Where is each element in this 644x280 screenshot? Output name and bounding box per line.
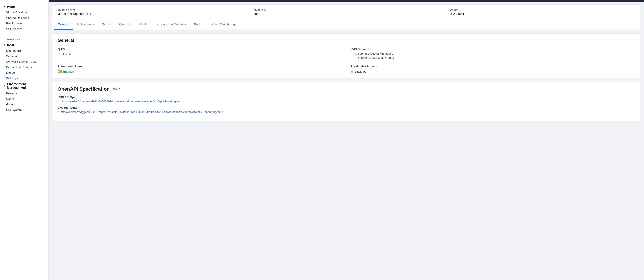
tab-connection-gateway[interactable]: Connection Gateway <box>154 20 190 30</box>
evdi-api-spec-section: eVDI API Spec □ https://res-bicfn1-exter… <box>58 96 635 103</box>
home-arrow-icon: ▼ <box>4 6 6 8</box>
module-version-label: Version <box>450 8 635 11</box>
tab-general[interactable]: General <box>54 20 73 30</box>
sidebar-item-permission-profiles[interactable]: Permission Profiles <box>0 64 48 70</box>
admin-zone-header: ADMIN ZONE <box>0 36 48 42</box>
sidebar-item-virtual-desktops[interactable]: Virtual Desktops <box>0 10 48 15</box>
general-settings-grid: QUIC ⊖ Disabled eVDI Subnets □ subnet-07… <box>58 48 635 74</box>
subnet-icon-0: □ <box>355 52 357 55</box>
sidebar-item-settings[interactable]: Settings <box>0 76 48 81</box>
sidebar-item-file-browser[interactable]: File Browser <box>0 21 48 26</box>
link-icon-swagger: □ <box>58 110 59 114</box>
randomize-subnets-setting: Randomize Subnets ⊖ Disabled <box>351 65 635 74</box>
top-bar <box>48 0 644 2</box>
sidebar-home-label: Home <box>7 5 16 8</box>
sidebar-item-software-stacks[interactable]: Software Stacks (AMIs) <box>0 59 48 64</box>
link-icon-api: □ <box>58 100 59 103</box>
tabs-bar: General Notifications Server Controller … <box>52 20 640 30</box>
randomize-subnets-label: Randomize Subnets <box>351 65 635 68</box>
sidebar-home-group[interactable]: ▼ Home <box>0 4 48 10</box>
env-arrow-icon: ▼ <box>4 85 6 87</box>
subnet-autoretry-status-text: Enabled <box>63 70 74 73</box>
tab-broker[interactable]: Broker <box>136 20 153 30</box>
sidebar: ▼ Home Virtual Desktops Shared Desktops … <box>0 0 48 280</box>
sidebar-evdi-group[interactable]: ▼ eVDI <box>0 42 48 48</box>
module-id-label: Module ID <box>254 8 439 11</box>
sidebar-env-mgmt-group[interactable]: ▼ Environment Management <box>0 81 48 90</box>
subnets-list: □ subnet-0706342f7d6fa0082 □ subnet-023f… <box>351 52 635 60</box>
tab-backup[interactable]: Backup <box>190 20 208 30</box>
swagger-editor-label: Swagger Editor <box>58 106 635 109</box>
sidebar-item-projects[interactable]: Projects <box>0 90 48 96</box>
sidebar-env-mgmt-label: Environment Management <box>7 82 45 89</box>
subnet-value-0: subnet-0706342f7d6fa0082 <box>358 52 393 55</box>
swagger-editor-url: https://editor.swagger.io/?url=https://r… <box>60 110 220 114</box>
external-link-icon: ↗ <box>118 87 120 91</box>
sidebar-item-dashboard[interactable]: Dashboard <box>0 48 48 53</box>
quic-status-text: Disabled <box>62 52 74 56</box>
subnet-autoretry-setting: Subnet AutoRetry ✅ Enabled <box>58 65 342 74</box>
module-version-value: 2023.10b1 <box>450 12 635 16</box>
subnet-item-0: □ subnet-0706342f7d6fa0082 <box>355 52 635 55</box>
evdi-subnets-setting: eVDI Subnets □ subnet-0706342f7d6fa0082 … <box>351 48 635 60</box>
sidebar-item-shared-desktops[interactable]: Shared Desktops <box>0 15 48 21</box>
sidebar-item-sessions[interactable]: Sessions <box>0 53 48 59</box>
evdi-api-spec-url: https://res-bicfn1-external-alb-99582209… <box>60 100 182 103</box>
sidebar-item-groups[interactable]: Groups <box>0 102 48 107</box>
quic-label: QUIC <box>58 48 342 51</box>
randomize-subnets-disabled-icon: ⊖ <box>351 70 354 74</box>
subnet-value-1: subnet-023f50062d2b46030 <box>358 56 394 60</box>
sidebar-evdi-label: eVDI <box>7 43 14 46</box>
main-content: Module Name virtual-desktop-controller M… <box>48 0 644 280</box>
openapi-title: OpenAPI Specification Info ↗ <box>58 86 635 92</box>
module-name-label: Module Name <box>58 8 243 11</box>
evdi-api-spec-label: eVDI API Spec <box>58 96 635 99</box>
subnet-autoretry-label: Subnet AutoRetry <box>58 65 342 68</box>
quic-disabled-icon: ⊖ <box>58 52 60 56</box>
content-area: General QUIC ⊖ Disabled eVDI Subnets □ <box>48 30 644 128</box>
tab-cloudwatch-logs[interactable]: CloudWatch Logs <box>208 20 240 30</box>
evdi-subnets-label: eVDI Subnets <box>351 48 635 51</box>
tab-controller[interactable]: Controller <box>115 20 136 30</box>
evdi-arrow-icon: ▼ <box>4 44 6 46</box>
openapi-title-text: OpenAPI Specification <box>58 86 110 92</box>
tab-notifications[interactable]: Notifications <box>73 20 98 30</box>
sidebar-item-file-system[interactable]: File System <box>0 107 48 113</box>
openapi-info-link[interactable]: Info ↗ <box>112 87 120 91</box>
randomize-subnets-value: ⊖ Disabled <box>351 70 635 74</box>
openapi-info-label: Info <box>112 87 117 91</box>
sidebar-item-users[interactable]: Users <box>0 96 48 102</box>
tab-server[interactable]: Server <box>98 20 115 30</box>
evdi-api-spec-link[interactable]: □ https://res-bicfn1-external-alb-995822… <box>58 100 635 103</box>
subnet-autoretry-enabled-icon: ✅ <box>58 70 62 74</box>
module-version-field: Version 2023.10b1 <box>450 8 635 16</box>
quic-value: ⊖ Disabled <box>58 52 342 56</box>
sidebar-divider-1 <box>0 34 48 34</box>
module-info-card: Module Name virtual-desktop-controller M… <box>52 4 640 20</box>
module-id-value: vdc <box>254 12 439 16</box>
subnet-item-1: □ subnet-023f50062d2b46030 <box>355 56 635 60</box>
subnet-autoretry-value: ✅ Enabled <box>58 70 342 74</box>
randomize-subnets-status-text: Disabled <box>355 70 366 73</box>
module-name-field: Module Name virtual-desktop-controller <box>58 8 248 16</box>
module-id-field: Module ID vdc <box>254 8 444 16</box>
general-section-title: General <box>58 38 635 43</box>
swagger-editor-section: Swagger Editor □ https://editor.swagger.… <box>58 106 635 114</box>
openapi-section-card: OpenAPI Specification Info ↗ eVDI API Sp… <box>52 82 640 121</box>
quic-setting: QUIC ⊖ Disabled <box>58 48 342 60</box>
module-name-value: virtual-desktop-controller <box>58 12 243 16</box>
swagger-editor-link[interactable]: □ https://editor.swagger.io/?url=https:/… <box>58 110 635 114</box>
external-icon-swagger: ↗ <box>221 110 223 113</box>
subnet-icon-1: □ <box>355 56 357 60</box>
sidebar-item-debug[interactable]: Debug <box>0 70 48 76</box>
sidebar-item-ssh-access[interactable]: SSH Access <box>0 26 48 32</box>
general-section-card: General QUIC ⊖ Disabled eVDI Subnets □ <box>52 33 640 78</box>
external-icon-api: ↗ <box>184 100 186 103</box>
